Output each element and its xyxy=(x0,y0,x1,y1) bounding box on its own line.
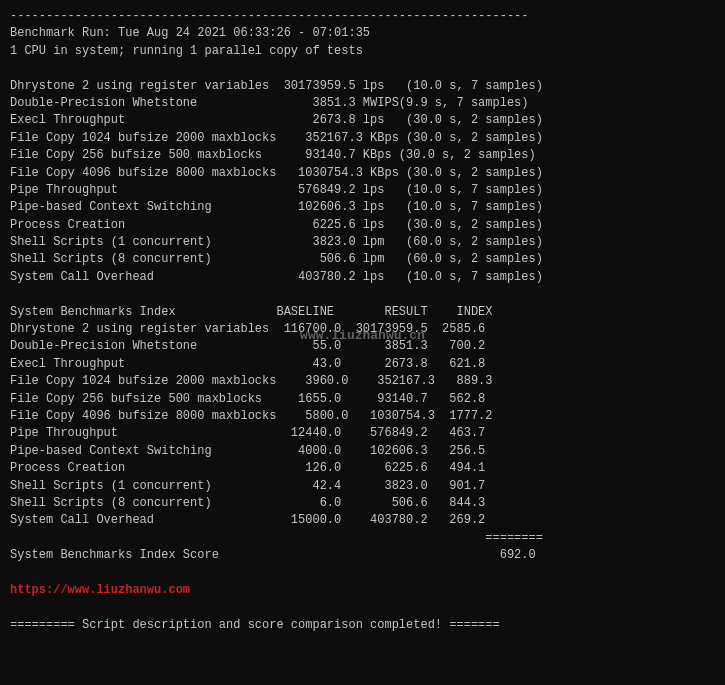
index-block: System Benchmarks Index BASELINE RESULT … xyxy=(10,286,715,564)
separator-top: ----------------------------------------… xyxy=(10,9,528,23)
terminal-output: ----------------------------------------… xyxy=(10,8,715,60)
footer-block: https://www.liuzhanwu.com ========= Scri… xyxy=(10,565,715,635)
cpu-info-line: 1 CPU in system; running 1 parallel copy… xyxy=(10,44,363,58)
results-block: Dhrystone 2 using register variables 301… xyxy=(10,60,715,286)
benchmark-run-line: Benchmark Run: Tue Aug 24 2021 06:33:26 … xyxy=(10,26,370,40)
terminal-container: ----------------------------------------… xyxy=(10,8,715,634)
red-link: https://www.liuzhanwu.com xyxy=(10,583,190,597)
